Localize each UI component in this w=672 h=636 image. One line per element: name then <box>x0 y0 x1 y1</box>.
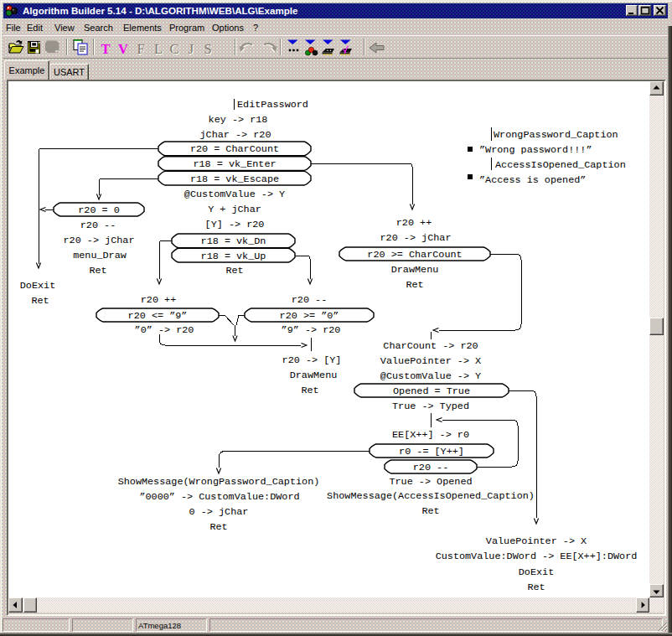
svg-text:r20 -> [Y]: r20 -> [Y] <box>282 354 342 366</box>
svg-text:key -> r18: key -> r18 <box>209 114 268 126</box>
svg-text:r20 --: r20 -- <box>80 220 116 231</box>
svg-text:r20 = CharCount: r20 = CharCount <box>190 143 279 155</box>
svg-text:ValuePointer -> X: ValuePointer -> X <box>486 535 587 547</box>
svg-text:ValuePointer -> X: ValuePointer -> X <box>380 355 481 367</box>
svg-text:EditPassword: EditPassword <box>237 99 308 111</box>
svg-text:AccessIsOpened_Caption: AccessIsOpened_Caption <box>495 159 626 171</box>
svg-text:CharCount -> r20: CharCount -> r20 <box>383 340 478 352</box>
svg-text:”Access is opened”: ”Access is opened” <box>479 174 586 186</box>
svg-text:r18 = vk_Escape: r18 = vk_Escape <box>190 173 279 185</box>
svg-text:Ret: Ret <box>31 295 49 307</box>
svg-text:Ret: Ret <box>421 505 439 517</box>
svg-text:WrongPassword_Caption: WrongPassword_Caption <box>494 129 618 141</box>
svg-text:Ret: Ret <box>225 265 243 277</box>
svg-text:EE[X++] -> r0: EE[X++] -> r0 <box>392 429 469 441</box>
svg-text:True -> Opened: True -> Opened <box>389 476 472 488</box>
svg-text:r18 = vk_Dn: r18 = vk_Dn <box>201 235 266 247</box>
svg-text:CustomValue:DWord -> EE[X++]:D: CustomValue:DWord -> EE[X++]:DWord <box>436 551 638 562</box>
svg-text:r20 -> jChar: r20 -> jChar <box>380 232 452 244</box>
svg-text:jChar -> r20: jChar -> r20 <box>200 129 271 141</box>
svg-text:r20 <= ”9”: r20 <= ”9” <box>128 310 188 322</box>
svg-text:@CustomValue -> Y: @CustomValue -> Y <box>380 370 481 382</box>
svg-text:r0 -= [Y++]: r0 -= [Y++] <box>399 446 464 458</box>
svg-text:DrawMenu: DrawMenu <box>290 370 338 381</box>
svg-text:”0” -> r20: ”0” -> r20 <box>135 324 194 336</box>
svg-text:Y + jChar: Y + jChar <box>208 204 261 215</box>
svg-text:r18 = vk_Up: r18 = vk_Up <box>201 251 266 262</box>
svg-text:[Y] -> r20: [Y] -> r20 <box>205 219 265 230</box>
svg-text:”Wrong password!!!”: ”Wrong password!!!” <box>479 144 592 156</box>
svg-text:@CustomValue -> Y: @CustomValue -> Y <box>184 189 285 200</box>
svg-text:Opened = True: Opened = True <box>393 385 470 397</box>
svg-text:DoExit: DoExit <box>20 280 55 292</box>
svg-text:r18 = vk_Enter: r18 = vk_Enter <box>193 158 276 170</box>
svg-text:”9” -> r20: ”9” -> r20 <box>282 324 341 336</box>
svg-text:Ret: Ret <box>406 279 423 291</box>
svg-text:r20 >= CharCount: r20 >= CharCount <box>367 249 462 261</box>
svg-text:True -> Typed: True -> Typed <box>392 401 469 412</box>
svg-text:r20 ++: r20 ++ <box>396 217 432 229</box>
svg-text:r20 ++: r20 ++ <box>141 294 176 306</box>
svg-text:r20 --: r20 -- <box>413 462 448 473</box>
svg-text:menu_Draw: menu_Draw <box>73 250 127 261</box>
svg-text:Ret: Ret <box>89 265 106 277</box>
svg-text:r20 -> jChar: r20 -> jChar <box>64 235 135 246</box>
svg-text:Ret: Ret <box>527 582 545 593</box>
svg-text:DoExit: DoExit <box>519 566 554 578</box>
svg-text:Ret: Ret <box>209 521 227 533</box>
svg-text:ShowMessage(AccessIsOpened_Cap: ShowMessage(AccessIsOpened_Caption) <box>327 490 535 502</box>
svg-text:Ret: Ret <box>301 385 318 396</box>
svg-text:”0000” -> CustomValue:DWord: ”0000” -> CustomValue:DWord <box>139 491 299 503</box>
svg-text:r20 = 0: r20 = 0 <box>78 204 120 216</box>
svg-text:r20 >= ”0”: r20 >= ”0” <box>280 310 339 322</box>
svg-text:0 -> jChar: 0 -> jChar <box>189 506 249 518</box>
svg-text:r20 --: r20 -- <box>292 294 327 306</box>
svg-text:DrawMenu: DrawMenu <box>391 264 439 276</box>
svg-text:ShowMessage(WrongPassword_Capt: ShowMessage(WrongPassword_Caption) <box>118 476 320 488</box>
